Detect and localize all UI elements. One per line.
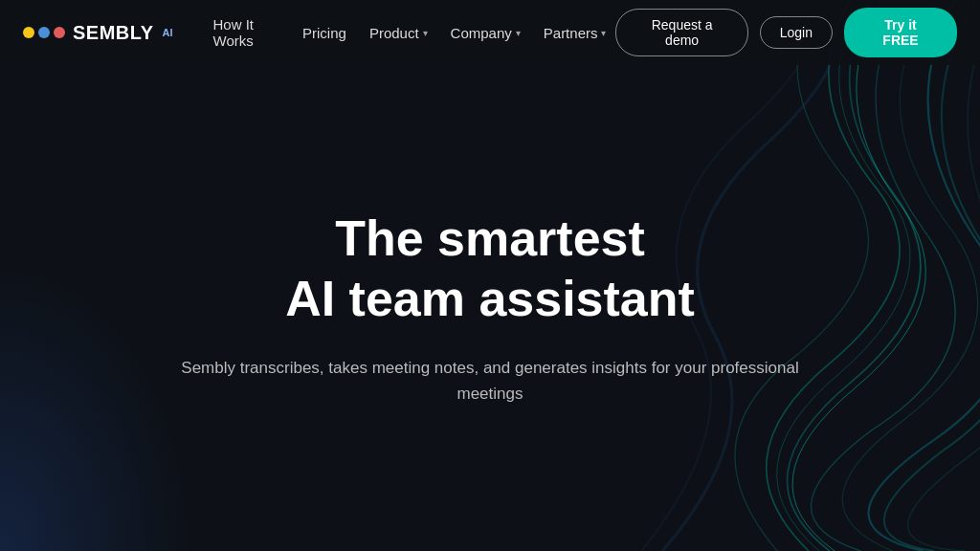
logo-text: SEMBLY <box>73 22 154 44</box>
logo-dots <box>23 27 65 38</box>
nav-left: SEMBLYAI How It Works Pricing Product ▾ … <box>23 11 615 55</box>
logo-dot-yellow <box>23 27 34 38</box>
partners-chevron-icon: ▾ <box>601 28 606 38</box>
logo[interactable]: SEMBLYAI <box>23 22 173 44</box>
request-demo-button[interactable]: Request a demo <box>615 9 747 56</box>
logo-dot-blue <box>38 27 50 38</box>
nav-links: How It Works Pricing Product ▾ Company ▾… <box>204 11 616 55</box>
nav-right: Request a demo Login Try it FREE <box>615 8 957 57</box>
company-chevron-icon: ▾ <box>516 28 521 38</box>
nav-company[interactable]: Company ▾ <box>441 19 530 47</box>
product-chevron-icon: ▾ <box>423 28 428 38</box>
logo-dot-red <box>54 27 65 38</box>
navbar: SEMBLYAI How It Works Pricing Product ▾ … <box>0 0 980 65</box>
hero-section: The smartest AI team assistant Sembly tr… <box>0 65 980 551</box>
hero-title: The smartest AI team assistant <box>285 209 695 328</box>
try-free-button[interactable]: Try it FREE <box>844 8 957 57</box>
nav-pricing[interactable]: Pricing <box>293 19 356 47</box>
nav-partners[interactable]: Partners ▾ <box>534 19 616 47</box>
logo-ai-badge: AI <box>163 27 173 38</box>
nav-how-it-works[interactable]: How It Works <box>204 11 290 55</box>
login-button[interactable]: Login <box>760 16 833 49</box>
hero-subtitle: Sembly transcribes, takes meeting notes,… <box>165 355 815 407</box>
nav-product[interactable]: Product ▾ <box>360 19 437 47</box>
